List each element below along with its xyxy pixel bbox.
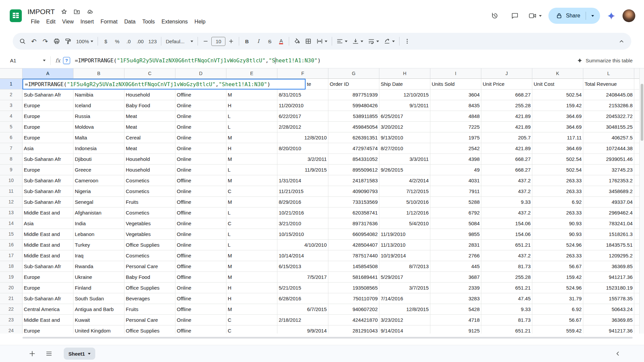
zoom-selector[interactable]: 100%: [74, 35, 96, 47]
horizontal-align-button[interactable]: [334, 35, 350, 47]
cell[interactable]: 445: [430, 261, 481, 272]
cell[interactable]: M: [226, 175, 277, 186]
print-button[interactable]: [51, 35, 62, 47]
cell[interactable]: 8/27/2010: [379, 143, 430, 154]
cell[interactable]: 1209295.2: [583, 250, 634, 261]
cell[interactable]: Household: [124, 154, 175, 165]
cell[interactable]: Europe: [22, 122, 73, 132]
cell[interactable]: Cosmetics: [124, 207, 175, 218]
cell[interactable]: 49: [430, 165, 481, 175]
cell[interactable]: 90.93: [532, 229, 583, 240]
cell[interactable]: Middle East and: [22, 207, 73, 218]
cell[interactable]: 205.7: [481, 132, 532, 143]
cell[interactable]: Europe: [22, 165, 73, 175]
cell[interactable]: Iraq: [73, 250, 124, 261]
decrease-font-size-button[interactable]: [200, 35, 211, 47]
cell[interactable]: Vegetables: [124, 229, 175, 240]
menu-extensions[interactable]: Extensions: [158, 18, 191, 26]
cell[interactable]: Central America: [22, 304, 73, 315]
cell[interactable]: Sub-Saharan Afr: [22, 197, 73, 207]
cell[interactable]: Offline: [175, 272, 226, 283]
cell[interactable]: Offline: [175, 293, 226, 304]
cell[interactable]: H: [226, 293, 277, 304]
cell-partial[interactable]: [634, 240, 639, 250]
cell[interactable]: 10/14/2014: [277, 250, 328, 261]
cell[interactable]: Offline: [175, 261, 226, 272]
cell[interactable]: Moldova: [73, 122, 124, 132]
cell[interactable]: 8435: [430, 100, 481, 111]
cell-partial[interactable]: [634, 132, 639, 143]
cell[interactable]: C: [226, 315, 277, 325]
cell[interactable]: 660954082: [328, 229, 379, 240]
cell[interactable]: 31.79: [532, 293, 583, 304]
cell[interactable]: 668.27: [481, 154, 532, 165]
menu-data[interactable]: Data: [121, 18, 139, 26]
cell[interactable]: 263.33: [532, 186, 583, 197]
cell[interactable]: 47.45: [481, 293, 532, 304]
cell[interactable]: 32745.23: [583, 165, 634, 175]
cell[interactable]: Offline: [175, 325, 226, 334]
cell[interactable]: 7/14/2016: [379, 293, 430, 304]
cell[interactable]: 241871583: [328, 175, 379, 186]
cell-partial[interactable]: [634, 325, 639, 334]
cell[interactable]: 11/20/2010: [277, 100, 328, 111]
cell[interactable]: H: [226, 100, 277, 111]
cell[interactable]: 895509612: [328, 165, 379, 175]
row-header-15[interactable]: 15: [0, 229, 22, 240]
cell[interactable]: C: [226, 186, 277, 197]
cell[interactable]: 3283: [430, 293, 481, 304]
cell[interactable]: 36369.85: [583, 261, 634, 272]
cell[interactable]: Iceland: [73, 100, 124, 111]
font-size-input[interactable]: 10: [211, 37, 225, 46]
cell-partial[interactable]: [634, 186, 639, 197]
cell[interactable]: Offline: [175, 175, 226, 186]
cell[interactable]: 255.28: [481, 272, 532, 283]
cell[interactable]: 1843575.51: [583, 240, 634, 250]
cell[interactable]: Middle East and: [22, 315, 73, 325]
cell[interactable]: 4031: [430, 175, 481, 186]
cell[interactable]: 3048155.25: [583, 122, 634, 132]
cell[interactable]: 406257.5: [583, 132, 634, 143]
formula-help-button[interactable]: ?: [63, 57, 70, 64]
cell[interactable]: 941217.36: [583, 272, 634, 283]
cell[interactable]: 117.11: [532, 132, 583, 143]
cell[interactable]: Asia: [22, 218, 73, 229]
cell[interactable]: Sub-Saharan Afr: [22, 175, 73, 186]
row-header-13[interactable]: 13: [0, 207, 22, 218]
cell[interactable]: 3687: [430, 272, 481, 283]
cell[interactable]: H: [226, 283, 277, 293]
cell[interactable]: 1762353.2: [583, 175, 634, 186]
cell[interactable]: 6.92: [532, 304, 583, 315]
cell[interactable]: 6/15/2013: [277, 261, 328, 272]
cell[interactable]: 56.67: [532, 261, 583, 272]
cell[interactable]: 56.67: [532, 315, 583, 325]
cell[interactable]: 2339: [430, 283, 481, 293]
row-header-22[interactable]: 22: [0, 304, 22, 315]
font-selector[interactable]: Defaul...: [163, 35, 196, 47]
cell-partial[interactable]: [634, 283, 639, 293]
cell[interactable]: 11/21/2015: [277, 186, 328, 197]
cell[interactable]: 421.89: [481, 143, 532, 154]
add-sheet-button[interactable]: [26, 348, 38, 360]
cell[interactable]: 4848: [430, 111, 481, 122]
cell[interactable]: Online: [175, 122, 226, 132]
cell[interactable]: Unit Cost: [532, 79, 583, 89]
cell[interactable]: M: [226, 154, 277, 165]
cloud-saved-icon[interactable]: [86, 8, 94, 15]
cell[interactable]: Offline: [175, 197, 226, 207]
cell[interactable]: L: [226, 207, 277, 218]
cell[interactable]: 3604: [430, 89, 481, 100]
comments-button[interactable]: [508, 9, 522, 22]
cell[interactable]: 6/25/2017: [379, 111, 430, 122]
cell[interactable]: 9/1/2011: [379, 100, 430, 111]
cell[interactable]: 2/28/2012: [277, 122, 328, 132]
cell[interactable]: 897751939: [328, 89, 379, 100]
cell[interactable]: 599480426: [328, 100, 379, 111]
cell[interactable]: 5/10/2016: [379, 197, 430, 207]
cell[interactable]: 4/2/2014: [379, 175, 430, 186]
cell-editor-A1[interactable]: =IMPORTRANGE("1F5u4gR2y5UVaIzNX0G6nttFNq…: [22, 79, 306, 89]
cell[interactable]: 263.33: [532, 250, 583, 261]
cell[interactable]: 8/29/2016: [277, 197, 328, 207]
cell[interactable]: 502.54: [532, 154, 583, 165]
menu-help[interactable]: Help: [191, 18, 209, 26]
